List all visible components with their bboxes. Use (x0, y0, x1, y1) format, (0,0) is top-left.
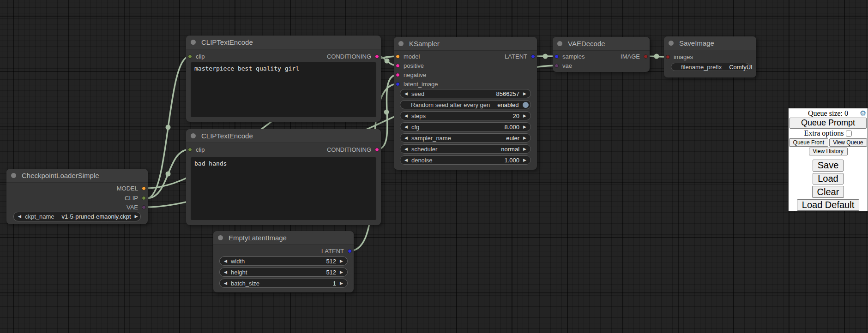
increment-arrow-icon[interactable]: ▶ (340, 270, 343, 274)
output-slot-model[interactable]: MODEL (117, 184, 146, 193)
node-save-image[interactable]: SaveImage images filename_prefix ComfyUI (664, 36, 756, 77)
increment-arrow-icon[interactable]: ▶ (523, 114, 526, 118)
model-output-dot[interactable] (142, 186, 146, 190)
increment-arrow-icon[interactable]: ▶ (340, 281, 343, 285)
view-queue-button[interactable]: View Queue (829, 138, 867, 147)
settings-gear-icon[interactable]: ⚙ (860, 109, 866, 118)
samples-input-dot[interactable] (555, 54, 559, 59)
node-collapse-dot[interactable] (191, 133, 196, 138)
node-collapse-dot[interactable] (669, 41, 674, 46)
model-input-dot[interactable] (396, 54, 400, 59)
graph-canvas[interactable]: { "icons": { "arrow_left": "◀", "arrow_r… (0, 0, 868, 333)
decrement-arrow-icon[interactable]: ◀ (404, 114, 408, 118)
input-slot-positive[interactable]: positive (396, 61, 424, 70)
decrement-arrow-icon[interactable]: ◀ (224, 270, 227, 274)
input-slot-clip[interactable]: clip (188, 52, 205, 61)
prev-arrow-icon[interactable]: ◀ (404, 136, 408, 140)
clip-input-dot[interactable] (188, 54, 192, 59)
node-collapse-dot[interactable] (398, 41, 404, 46)
widget-filename-prefix[interactable]: filename_prefix ComfyUI (671, 63, 749, 71)
node-collapse-dot[interactable] (218, 235, 223, 240)
input-slot-latent-image[interactable]: latent_image (396, 79, 438, 89)
images-input-dot[interactable] (666, 55, 670, 59)
save-button[interactable]: Save (813, 160, 844, 172)
positive-prompt-textarea[interactable]: masterpiece best quality girl (191, 62, 376, 117)
input-slot-model[interactable]: model (396, 52, 420, 61)
node-title-bar[interactable]: EmptyLatentImage (213, 231, 354, 245)
vae-input-dot[interactable] (555, 64, 559, 68)
widget-cfg[interactable]: ◀ cfg 8.000 ▶ (400, 122, 531, 131)
increment-arrow-icon[interactable]: ▶ (340, 259, 343, 263)
load-default-button[interactable]: Load Default (797, 199, 859, 211)
increment-arrow-icon[interactable]: ▶ (523, 158, 526, 162)
extra-options-checkbox[interactable] (846, 131, 852, 137)
toggle-knob[interactable] (523, 102, 529, 108)
output-slot-image[interactable]: IMAGE (621, 52, 648, 61)
input-slot-clip[interactable]: clip (188, 145, 205, 154)
widget-width[interactable]: ◀ width 512 ▶ (219, 256, 348, 266)
latent-output-dot[interactable] (531, 54, 535, 59)
decrement-arrow-icon[interactable]: ◀ (404, 158, 408, 162)
node-title-bar[interactable]: KSampler (394, 37, 537, 51)
node-title-bar[interactable]: CLIPTextEncode (186, 36, 381, 49)
prev-arrow-icon[interactable]: ◀ (18, 214, 21, 219)
positive-input-dot[interactable] (396, 64, 400, 68)
prev-arrow-icon[interactable]: ◀ (404, 147, 408, 151)
vae-output-dot[interactable] (142, 205, 146, 209)
output-slot-latent[interactable]: LATENT (505, 52, 535, 61)
widget-ckpt-name[interactable]: ◀ ckpt_name v1-5-pruned-emaonly.ckpt ▶ (13, 212, 141, 221)
node-empty-latent-image[interactable]: EmptyLatentImage LATENT ◀ width 512 ▶ ◀ … (213, 231, 354, 292)
conditioning-output-dot[interactable] (375, 54, 379, 59)
decrement-arrow-icon[interactable]: ◀ (224, 281, 227, 285)
output-slot-conditioning[interactable]: CONDITIONING (327, 145, 379, 154)
node-title-bar[interactable]: SaveImage (664, 36, 756, 50)
node-ksampler[interactable]: KSampler model positive negative latent_… (394, 37, 537, 170)
decrement-arrow-icon[interactable]: ◀ (224, 259, 227, 263)
output-slot-latent[interactable]: LATENT (321, 246, 352, 256)
output-slot-conditioning[interactable]: CONDITIONING (327, 52, 379, 61)
input-slot-vae[interactable]: vae (555, 61, 572, 70)
decrement-arrow-icon[interactable]: ◀ (404, 125, 408, 129)
widget-seed[interactable]: ◀ seed 8566257 ▶ (400, 89, 531, 98)
node-title-bar[interactable]: CLIPTextEncode (186, 129, 381, 143)
next-arrow-icon[interactable]: ▶ (523, 147, 526, 151)
node-collapse-dot[interactable] (557, 41, 562, 46)
output-slot-clip[interactable]: CLIP (125, 193, 146, 202)
node-collapse-dot[interactable] (11, 173, 16, 178)
increment-arrow-icon[interactable]: ▶ (523, 125, 526, 129)
input-slot-negative[interactable]: negative (396, 70, 426, 79)
widget-height[interactable]: ◀ height 512 ▶ (219, 268, 348, 277)
node-clip-text-encode-negative[interactable]: CLIPTextEncode clip CONDITIONING bad han… (186, 129, 381, 225)
clip-output-dot[interactable] (142, 196, 146, 200)
image-output-dot[interactable] (644, 54, 648, 59)
clear-button[interactable]: Clear (812, 186, 844, 198)
negative-input-dot[interactable] (396, 73, 400, 77)
load-button[interactable]: Load (813, 173, 844, 185)
widget-steps[interactable]: ◀ steps 20 ▶ (400, 111, 531, 120)
next-arrow-icon[interactable]: ▶ (135, 214, 138, 219)
view-history-button[interactable]: View History (809, 148, 848, 155)
input-slot-samples[interactable]: samples (555, 52, 585, 61)
node-title-bar[interactable]: VAEDecode (553, 37, 650, 51)
output-slot-vae[interactable]: VAE (127, 202, 146, 212)
latent-output-dot[interactable] (348, 249, 352, 253)
widget-random-seed-toggle[interactable]: Random seed after every gen enabled (400, 100, 531, 109)
conditioning-output-dot[interactable] (375, 148, 379, 152)
widget-scheduler[interactable]: ◀ scheduler normal ▶ (400, 144, 531, 154)
queue-prompt-button[interactable]: Queue Prompt (790, 118, 867, 129)
node-clip-text-encode-positive[interactable]: CLIPTextEncode clip CONDITIONING masterp… (186, 36, 381, 122)
increment-arrow-icon[interactable]: ▶ (523, 92, 526, 96)
widget-sampler-name[interactable]: ◀ sampler_name euler ▶ (400, 133, 531, 143)
node-vae-decode[interactable]: VAEDecode samples vae IMAGE (553, 37, 650, 72)
decrement-arrow-icon[interactable]: ◀ (404, 92, 408, 96)
node-collapse-dot[interactable] (191, 40, 196, 45)
widget-batch-size[interactable]: ◀ batch_size 1 ▶ (219, 279, 348, 288)
negative-prompt-textarea[interactable]: bad hands (191, 157, 376, 220)
next-arrow-icon[interactable]: ▶ (523, 136, 526, 140)
widget-denoise[interactable]: ◀ denoise 1.000 ▶ (400, 155, 531, 165)
clip-input-dot[interactable] (188, 148, 192, 152)
node-checkpoint-loader-simple[interactable]: CheckpointLoaderSimple MODEL CLIP VAE ◀ … (6, 169, 148, 224)
queue-front-button[interactable]: Queue Front (789, 138, 828, 147)
latent-input-dot[interactable] (396, 82, 400, 86)
node-title-bar[interactable]: CheckpointLoaderSimple (6, 169, 148, 183)
